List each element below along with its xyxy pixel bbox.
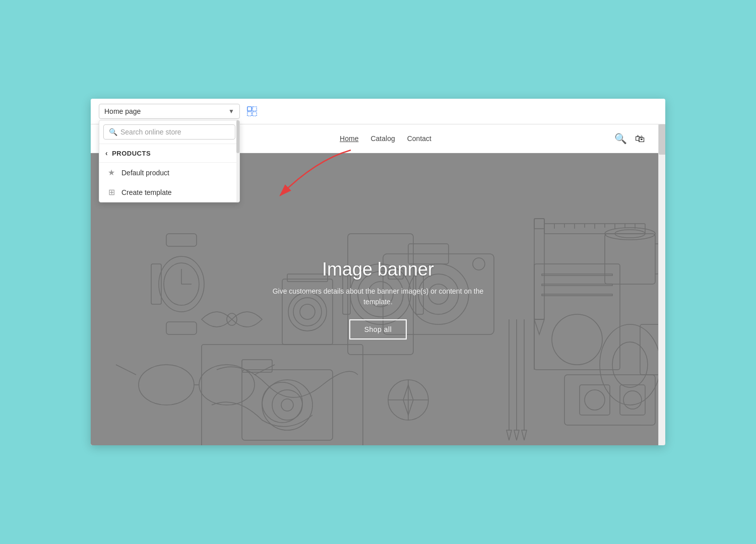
nav-link-catalog[interactable]: Catalog bbox=[370, 134, 395, 143]
grid-view-icon[interactable] bbox=[245, 104, 259, 118]
svg-rect-31 bbox=[534, 219, 544, 319]
svg-rect-0 bbox=[247, 107, 251, 111]
svg-rect-50 bbox=[605, 234, 655, 284]
hero-content: Image banner Give customers details abou… bbox=[257, 259, 499, 339]
svg-rect-9 bbox=[166, 234, 197, 246]
svg-point-48 bbox=[552, 314, 602, 365]
svg-rect-44 bbox=[534, 264, 620, 370]
svg-rect-80 bbox=[580, 385, 610, 415]
svg-point-54 bbox=[199, 365, 255, 405]
toolbar: Home page ▼ 🔍 bbox=[91, 99, 665, 124]
svg-rect-1 bbox=[253, 107, 257, 111]
search-input-wrapper[interactable]: 🔍 bbox=[103, 124, 235, 140]
cart-icon[interactable]: 🛍 bbox=[635, 133, 645, 145]
hero-subtitle: Give customers details about the banner … bbox=[257, 286, 499, 307]
page-selector-container: Home page ▼ 🔍 bbox=[99, 104, 240, 119]
browser-scrollbar[interactable] bbox=[658, 124, 665, 445]
dropdown-scrollbar-thumb bbox=[236, 120, 239, 153]
scrollbar-thumb bbox=[659, 124, 665, 155]
svg-point-76 bbox=[600, 324, 660, 405]
svg-point-64 bbox=[281, 399, 293, 411]
toolbar-dropdown-area: Home page ▼ 🔍 bbox=[99, 104, 259, 119]
svg-point-62 bbox=[262, 380, 312, 430]
svg-rect-11 bbox=[151, 264, 161, 304]
dropdown-item-label: Create template bbox=[121, 188, 172, 196]
dropdown-item-default-product[interactable]: ★ Default product bbox=[99, 163, 239, 182]
section-header: ‹ PRODUCTS bbox=[99, 144, 239, 163]
store-nav-icons: 🔍 🛍 bbox=[614, 132, 645, 145]
svg-rect-10 bbox=[166, 322, 197, 334]
section-header-label: PRODUCTS bbox=[112, 150, 151, 157]
dropdown-item-create-template[interactable]: ⊞ Create template bbox=[99, 182, 239, 202]
page-selector-button[interactable]: Home page ▼ bbox=[99, 104, 240, 119]
svg-line-56 bbox=[116, 365, 136, 375]
shop-all-button[interactable]: Shop all bbox=[349, 319, 407, 339]
svg-rect-2 bbox=[247, 112, 251, 116]
svg-marker-71 bbox=[522, 430, 527, 440]
dropdown-scrollbar[interactable] bbox=[236, 120, 239, 202]
svg-rect-46 bbox=[542, 284, 612, 286]
nav-link-home[interactable]: Home bbox=[340, 134, 358, 143]
store-nav: Home Catalog Contact bbox=[340, 134, 431, 143]
svg-marker-70 bbox=[514, 430, 519, 440]
dropdown-menu: 🔍 ‹ PRODUCTS ★ Default product bbox=[99, 120, 240, 202]
svg-rect-61 bbox=[242, 370, 333, 440]
svg-rect-45 bbox=[542, 274, 612, 276]
nav-link-contact[interactable]: Contact bbox=[407, 134, 431, 143]
svg-point-83 bbox=[623, 391, 642, 409]
svg-rect-33 bbox=[534, 219, 544, 229]
svg-point-63 bbox=[272, 390, 302, 420]
page-selector-label: Home page bbox=[104, 107, 141, 115]
svg-marker-69 bbox=[507, 430, 512, 440]
svg-rect-47 bbox=[542, 294, 612, 296]
create-template-icon: ⊞ bbox=[106, 187, 116, 197]
browser-window: Home page ▼ 🔍 bbox=[91, 99, 665, 445]
search-box: 🔍 bbox=[99, 120, 239, 144]
dropdown-arrow-icon: ▼ bbox=[228, 108, 234, 115]
svg-point-81 bbox=[585, 390, 605, 410]
dropdown-item-label: Default product bbox=[121, 169, 169, 177]
star-icon: ★ bbox=[106, 168, 116, 177]
hero-title: Image banner bbox=[257, 259, 499, 280]
search-nav-icon[interactable]: 🔍 bbox=[614, 132, 627, 145]
svg-rect-3 bbox=[253, 112, 257, 116]
back-arrow-icon[interactable]: ‹ bbox=[105, 149, 108, 157]
svg-point-77 bbox=[612, 342, 648, 387]
svg-marker-32 bbox=[534, 319, 544, 334]
search-icon: 🔍 bbox=[109, 128, 117, 136]
search-input[interactable] bbox=[120, 128, 230, 136]
svg-point-53 bbox=[139, 365, 194, 405]
app-frame: Home page ▼ 🔍 bbox=[91, 99, 665, 445]
